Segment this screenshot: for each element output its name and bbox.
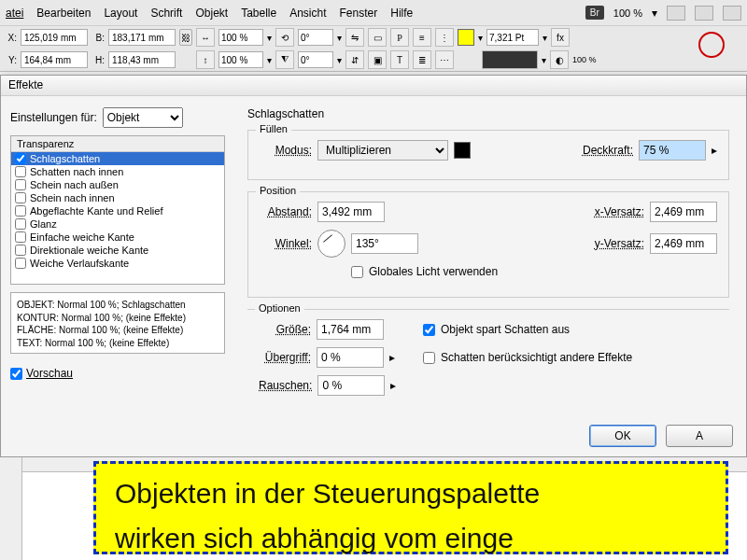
fx-check[interactable] (15, 166, 26, 177)
noise-input[interactable] (317, 375, 385, 396)
global-light-checkbox[interactable] (351, 266, 363, 278)
screen-mode-icon[interactable] (695, 6, 713, 21)
align-icon[interactable]: ≡ (413, 28, 431, 47)
fill-swatch[interactable] (458, 29, 474, 46)
shadow-color-swatch[interactable] (454, 142, 471, 159)
menu-font[interactable]: Schrift (150, 7, 182, 20)
fx-icon[interactable]: fx (551, 28, 570, 47)
scale-x-input[interactable] (218, 29, 263, 46)
mode-select[interactable]: Multiplizieren (317, 140, 448, 161)
chevron-down-icon[interactable]: ▾ (478, 33, 483, 43)
yoffset-input[interactable] (650, 233, 717, 254)
chevron-down-icon[interactable]: ▾ (267, 55, 272, 65)
fx-check[interactable] (15, 192, 26, 203)
fliph-icon[interactable]: ⇋ (345, 28, 364, 47)
opacity-small[interactable]: 100 % (572, 55, 597, 64)
view-mode-icon[interactable] (667, 6, 685, 21)
chevron-down-icon[interactable]: ▾ (543, 33, 547, 43)
chevron-down-icon[interactable]: ▾ (267, 33, 272, 43)
opacity-label: Deckkraft: (581, 144, 633, 157)
flipv-icon[interactable]: ⇵ (345, 50, 364, 69)
h-label: H: (92, 55, 105, 65)
wrap-icon[interactable]: ▣ (368, 50, 387, 69)
chevron-down-icon[interactable]: ▾ (337, 55, 342, 65)
menu-edit[interactable]: Bearbeiten (36, 7, 91, 20)
knockout-checkbox[interactable] (423, 324, 435, 336)
honor-fx-label: Schatten berücksichtigt andere Effekte (441, 351, 632, 364)
fx-check-dropshadow[interactable] (15, 153, 26, 164)
fx-item-bevel[interactable]: Abgeflachte Kante und Relief (11, 204, 224, 217)
menu-view[interactable]: Ansicht (289, 7, 326, 20)
xoffset-input[interactable] (650, 202, 717, 222)
fx-check[interactable] (15, 258, 26, 269)
stroke-style-icon[interactable] (482, 50, 538, 69)
frame-text: Objekten in der Steuerungspalette wirken… (115, 471, 540, 560)
effects-summary: OBJEKT: Normal 100 %; Schlagschatten KON… (10, 292, 225, 354)
chevron-right-icon[interactable]: ▸ (712, 144, 717, 157)
angle-dial[interactable] (317, 230, 345, 258)
fx-item-dropshadow[interactable]: Schlagschatten (11, 152, 224, 165)
distance-input[interactable] (317, 202, 385, 222)
distance-label: Abstand: (260, 205, 312, 218)
fx-check[interactable] (15, 205, 26, 217)
angle-input[interactable] (351, 233, 418, 254)
fx-item-innershadow[interactable]: Schatten nach innen (11, 165, 224, 178)
fx-item-outerglow[interactable]: Schein nach außen (11, 178, 224, 191)
y-input[interactable] (21, 51, 88, 68)
chevron-down-icon[interactable]: ▾ (652, 7, 657, 20)
bridge-icon[interactable]: Br (585, 6, 604, 20)
zoom-level[interactable]: 100 % (613, 7, 642, 19)
preview-checkbox[interactable] (10, 368, 22, 380)
rotate-input[interactable] (298, 29, 333, 46)
xoffset-label: x-Versatz: (592, 205, 644, 218)
chevron-down-icon[interactable]: ▾ (337, 33, 342, 43)
fx-check[interactable] (15, 231, 26, 243)
x-input[interactable] (21, 29, 88, 46)
fx-item-basicfeather[interactable]: Einfache weiche Kante (11, 231, 224, 244)
chevron-right-icon[interactable]: ▸ (390, 379, 396, 392)
effects-list-header[interactable]: Transparenz (11, 136, 224, 152)
position-group: Position Abstand: x-Versatz: Winkel: y-V… (247, 191, 729, 298)
global-light-label: Globales Licht verwenden (369, 265, 498, 278)
scale-y-icon: ↕ (196, 50, 215, 69)
fx-check[interactable] (15, 245, 26, 256)
menu-table[interactable]: Tabelle (241, 7, 276, 20)
menu-file[interactable]: atei (6, 7, 23, 20)
fx-item-gradfeather[interactable]: Weiche Verlaufskante (11, 257, 224, 270)
menu-object[interactable]: Objekt (195, 7, 228, 20)
menu-layout[interactable]: Layout (104, 7, 137, 20)
link-wh-icon[interactable]: ⛓ (179, 29, 192, 46)
select-content-icon[interactable]: ▭ (368, 28, 387, 47)
fx-item-innerglow[interactable]: Schein nach innen (11, 191, 224, 204)
y-label: Y: (4, 55, 17, 65)
spread-input[interactable] (317, 347, 384, 368)
distribute2-icon[interactable]: ⋯ (435, 50, 454, 69)
fx-item-dirfeather[interactable]: Direktionale weiche Kante (11, 244, 224, 257)
cancel-button[interactable]: A (666, 425, 733, 447)
menu-help[interactable]: Hilfe (390, 7, 413, 20)
chevron-right-icon[interactable]: ▸ (389, 351, 395, 364)
ok-button[interactable]: OK (589, 425, 656, 447)
fx-check[interactable] (15, 179, 26, 190)
shear-input[interactable] (298, 51, 333, 68)
size-input[interactable] (317, 319, 384, 340)
distribute-icon[interactable]: ⋮ (435, 28, 454, 47)
stroke-weight-input[interactable] (486, 29, 539, 46)
width-input[interactable] (108, 29, 176, 46)
settings-for-select[interactable]: Objekt (103, 107, 183, 128)
chevron-down-icon[interactable]: ▾ (542, 55, 546, 65)
height-input[interactable] (108, 51, 176, 68)
opacity-input[interactable] (639, 140, 706, 161)
align2-icon[interactable]: ≣ (413, 50, 431, 69)
paragraph-icon[interactable]: P (390, 28, 409, 47)
opacity-icon[interactable]: ◐ (550, 50, 569, 69)
arrange-icon[interactable] (723, 6, 741, 21)
selected-text-frame[interactable]: Objekten in der Steuerungspalette wirken… (93, 461, 728, 554)
scale-y-input[interactable] (218, 51, 263, 68)
menu-window[interactable]: Fenster (340, 7, 378, 20)
fx-check[interactable] (15, 218, 26, 230)
honor-fx-checkbox[interactable] (423, 352, 435, 364)
options-group: Optionen Größe: Objekt spart Schatten au… (247, 309, 729, 396)
textframe-icon[interactable]: T (390, 50, 409, 69)
fx-item-satin[interactable]: Glanz (11, 217, 224, 231)
